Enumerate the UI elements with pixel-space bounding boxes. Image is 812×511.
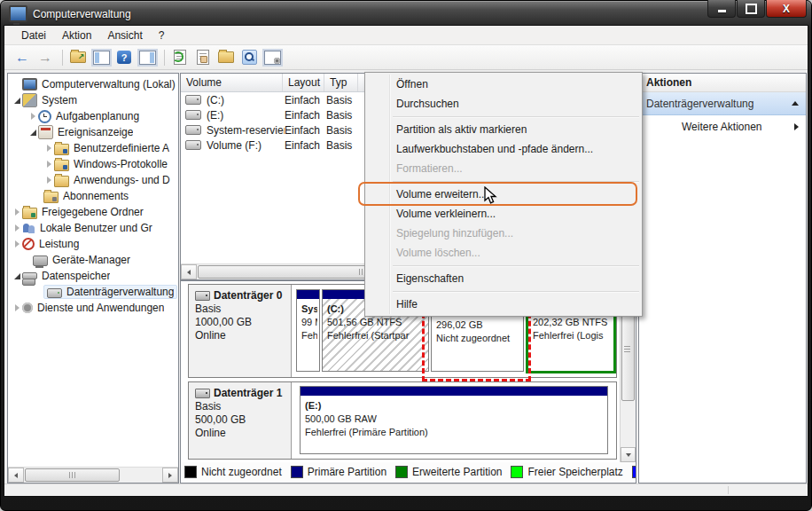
scroll-left-button[interactable]: [181, 264, 197, 279]
legend-swatch-unallocated: [184, 466, 197, 478]
scroll-down-button[interactable]: [621, 447, 636, 462]
tree-horizontal-scrollbar[interactable]: [8, 467, 178, 483]
tree-item-datentraegerverwaltung[interactable]: Datenträgerverwaltung: [8, 284, 178, 300]
forward-arrow-icon: →: [38, 51, 52, 65]
disk1-info-box[interactable]: Datenträger 1 Basis 500,00 GB Online: [189, 382, 292, 459]
tree-item-ereignisanzeige[interactable]: Ereignisanzeige: [8, 124, 178, 140]
menu-item-durchsuchen[interactable]: Durchsuchen: [366, 94, 641, 114]
tree-item-aufgabenplanung[interactable]: Aufgabenplanung: [8, 108, 178, 124]
minimize-button[interactable]: [707, 0, 736, 18]
properties-button[interactable]: [192, 48, 214, 67]
column-layout[interactable]: Layout: [283, 74, 324, 91]
refresh-icon: [174, 50, 186, 65]
scroll-right-button[interactable]: [162, 468, 178, 483]
menu-item-aktion[interactable]: Aktion: [54, 28, 99, 43]
menu-item-datei[interactable]: Datei: [13, 28, 54, 43]
storage-icon: [22, 272, 37, 279]
volume-icon: [185, 140, 201, 150]
menu-item-spiegelung: Spiegelung hinzufügen...: [366, 224, 641, 243]
tree-item-lokale-benutzer[interactable]: Lokale Benutzer und Gr: [8, 220, 178, 236]
menu-item-hilfe[interactable]: Hilfe: [366, 295, 641, 314]
help-button[interactable]: ?: [113, 48, 135, 67]
disk1-status: Online: [195, 427, 285, 440]
hard-disk-icon: [195, 291, 210, 301]
local-users-icon: [22, 222, 35, 234]
scroll-left-button[interactable]: [8, 468, 24, 483]
partition-system-reserviert[interactable]: Syst99 MFehl: [296, 289, 320, 372]
menu-item-laufwerkbuchstaben[interactable]: Laufwerkbuchstaben und -pfade ändern...: [366, 139, 641, 159]
task-scheduler-icon: [38, 110, 51, 123]
show-console-tree-icon: [93, 51, 110, 65]
menu-item-volume-loeschen: Volume löschen...: [366, 243, 641, 263]
refresh-button[interactable]: [169, 48, 191, 67]
custom-views-folder-icon: [54, 144, 69, 155]
tree-item-freigegebene-ordner[interactable]: Freigegebene Ordner: [8, 204, 178, 220]
expander-icon[interactable]: [43, 177, 54, 184]
menu-separator: [393, 265, 639, 266]
close-button[interactable]: X: [766, 0, 807, 18]
open-folder-button[interactable]: [215, 48, 237, 67]
app-icon: [9, 5, 27, 22]
title-bar[interactable]: Computerverwaltung: [4, 3, 808, 25]
up-folder-button[interactable]: ↗: [67, 48, 89, 67]
forward-button[interactable]: →: [35, 48, 56, 67]
expander-icon[interactable]: [43, 161, 54, 168]
menu-item-partition-aktiv[interactable]: Partition als aktiv markieren: [366, 120, 641, 139]
show-action-pane-icon: [139, 51, 156, 65]
partition-e[interactable]: (E:)500,00 GB RAWFehlerfrei (Primäre Par…: [300, 386, 608, 454]
system-tools-icon: [22, 93, 37, 107]
back-button[interactable]: ←: [12, 48, 33, 67]
device-manager-icon: [33, 256, 48, 266]
tree-item-leistung[interactable]: Leistung: [8, 236, 178, 252]
expander-icon[interactable]: [43, 145, 54, 152]
app-logs-folder-icon: [54, 176, 69, 187]
help-icon: ?: [117, 51, 131, 64]
maximize-button[interactable]: [737, 0, 765, 18]
tree-item-anwendungsprotokolle[interactable]: Anwendungs- und D: [8, 172, 178, 188]
menu-item-volume-verkleinern[interactable]: Volume verkleinern...: [366, 204, 641, 224]
status-bar: [4, 483, 808, 496]
menu-item-oeffnen[interactable]: Öffnen: [366, 75, 641, 94]
show-action-pane-button[interactable]: [137, 48, 158, 67]
expander-icon[interactable]: [12, 224, 22, 232]
tree-item-system[interactable]: System: [8, 92, 178, 108]
menu-item-ansicht[interactable]: Ansicht: [99, 28, 150, 43]
close-icon: X: [783, 3, 790, 15]
toolbar: ← → ↗ ?: [4, 45, 808, 70]
expander-icon[interactable]: [27, 130, 38, 136]
menu-item-formatieren: Formatieren...: [366, 159, 641, 178]
column-volume[interactable]: Volume: [181, 74, 283, 91]
subscriptions-folder-icon: [43, 192, 59, 203]
console-tree-pane: Computerverwaltung (Lokal) System Aufgab…: [7, 73, 179, 483]
disk0-info-box[interactable]: Datenträger 0 Basis 1000,00 GB Online: [189, 285, 292, 377]
expander-icon[interactable]: [27, 113, 38, 120]
tree-item-windows-protokolle[interactable]: Windows-Protokolle: [8, 156, 178, 172]
tree-item-abonnements[interactable]: Abonnements: [8, 188, 178, 204]
menu-item-eigenschaften[interactable]: Eigenschaften: [366, 269, 641, 288]
back-arrow-icon: ←: [15, 51, 29, 65]
column-typ[interactable]: Typ: [324, 74, 358, 91]
tree-item-datenspeicher[interactable]: Datenspeicher: [8, 268, 178, 284]
show-console-tree-button[interactable]: [90, 48, 112, 67]
expander-icon[interactable]: [12, 208, 22, 216]
tree-item-benutzerdefinierte-ansichten[interactable]: Benutzerdefinierte A: [8, 140, 178, 156]
expander-icon[interactable]: [12, 240, 22, 248]
menu-item-hilfe[interactable]: ?: [151, 28, 173, 43]
actions-group-datentraegerverwaltung[interactable]: Datenträgerverwaltung: [639, 92, 806, 115]
selected-tree-item: Datenträgerverwaltung: [43, 285, 177, 299]
scrollbar-thumb[interactable]: [25, 468, 120, 482]
tree-item-dienste[interactable]: Dienste und Anwendungen: [8, 300, 178, 316]
computer-management-window: Computerverwaltung X Datei Aktion Ansich…: [0, 0, 812, 511]
disk-settings-button[interactable]: [262, 48, 283, 67]
legend-swatch-extended: [395, 466, 408, 478]
toolbar-separator: [164, 50, 165, 66]
tree-item-geraete-manager[interactable]: Geräte-Manager: [8, 252, 178, 268]
expander-icon[interactable]: [12, 98, 22, 104]
search-button[interactable]: [238, 48, 260, 67]
disk0-status: Online: [195, 329, 285, 342]
expander-icon[interactable]: [12, 304, 22, 311]
actions-weitere-aktionen[interactable]: Weitere Aktionen: [639, 115, 806, 138]
tree-item-computerverwaltung[interactable]: Computerverwaltung (Lokal): [8, 76, 178, 92]
collapse-icon[interactable]: [792, 101, 799, 106]
expander-icon[interactable]: [12, 273, 22, 279]
